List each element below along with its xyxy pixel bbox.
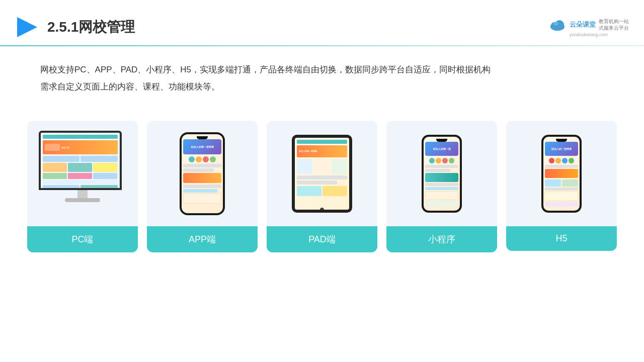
- description-text: 网校支持PC、APP、PAD、小程序、H5，实现多端打通，产品各终端自由切换，数…: [40, 61, 604, 78]
- card-miniprogram-image: 职达人的第一堂: [386, 121, 497, 226]
- card-h5-label: H5: [506, 226, 617, 251]
- header-left: 2.5.1网校管理: [15, 15, 135, 39]
- page-header: 2.5.1网校管理 云朵课堂 教育机构一站 式服务云平台 yunduoketan…: [0, 0, 644, 45]
- card-miniprogram: 职达人的第一堂: [386, 121, 497, 252]
- cards-container: 职达人的: [0, 106, 644, 252]
- card-app-label: APP端: [147, 226, 258, 252]
- card-pad-label: PAD端: [267, 226, 377, 252]
- pc-monitor-mockup: 职达人的: [39, 131, 127, 216]
- card-miniprogram-label: 小程序: [386, 226, 497, 252]
- card-pc: 职达人的: [27, 121, 138, 252]
- card-h5-image: 职达人的一堂网课: [506, 121, 617, 226]
- svg-marker-0: [17, 17, 37, 37]
- app-phone-mockup: 职达人的第一堂网课: [180, 132, 225, 215]
- card-h5: 职达人的一堂网课: [506, 121, 617, 251]
- card-pc-label: PC端: [27, 226, 138, 252]
- card-pad: 职达人的第一堂网课: [267, 121, 377, 252]
- monitor-base: [65, 198, 100, 202]
- cloud-logo-icon: [548, 18, 567, 32]
- monitor-neck: [77, 190, 88, 198]
- page-description: 网校支持PC、APP、PAD、小程序、H5，实现多端打通，产品各终端自由切换，数…: [0, 46, 644, 101]
- logo-area: 云朵课堂 教育机构一站 式服务云平台 yunduoketang.com: [548, 18, 629, 37]
- card-app-image: 职达人的第一堂网课: [147, 121, 258, 226]
- logo-subtitle: 教育机构一站 式服务云平台: [599, 18, 629, 31]
- card-pc-image: 职达人的: [27, 121, 138, 226]
- card-pad-image: 职达人的第一堂网课: [267, 121, 377, 226]
- h5-phone-mockup: 职达人的一堂网课: [541, 135, 582, 213]
- page-title: 2.5.1网校管理: [47, 18, 135, 37]
- svg-point-5: [553, 22, 558, 26]
- monitor-screen: 职达人的: [39, 131, 122, 190]
- logo-cloud: 云朵课堂 教育机构一站 式服务云平台: [548, 18, 629, 32]
- pad-tablet-mockup: 职达人的第一堂网课: [292, 135, 352, 213]
- card-app: 职达人的第一堂网课: [147, 121, 258, 252]
- description-text-2: 需求自定义页面上的内容、课程、功能模块等。: [40, 78, 604, 96]
- miniprogram-phone-mockup: 职达人的第一堂: [422, 135, 462, 213]
- logo-url: yunduoketang.com: [570, 32, 608, 37]
- play-icon: [15, 15, 39, 39]
- logo-brand-name: 云朵课堂: [570, 20, 596, 29]
